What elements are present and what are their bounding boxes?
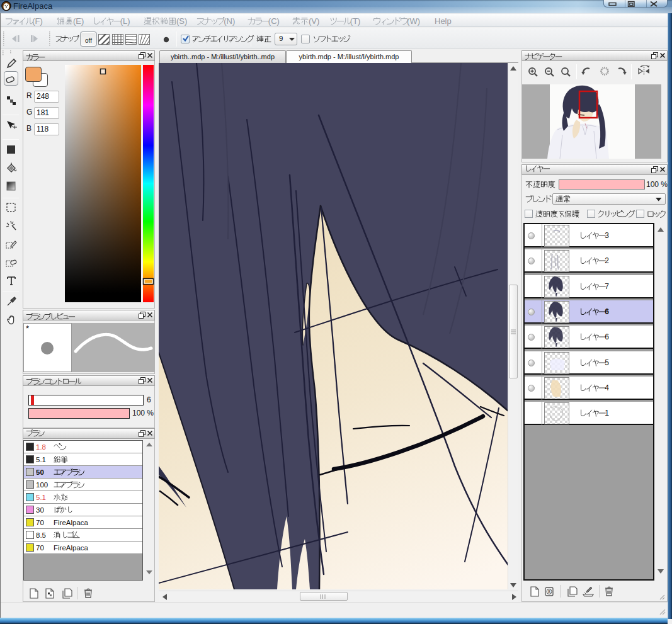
svg-text:8: 8: [548, 589, 550, 594]
